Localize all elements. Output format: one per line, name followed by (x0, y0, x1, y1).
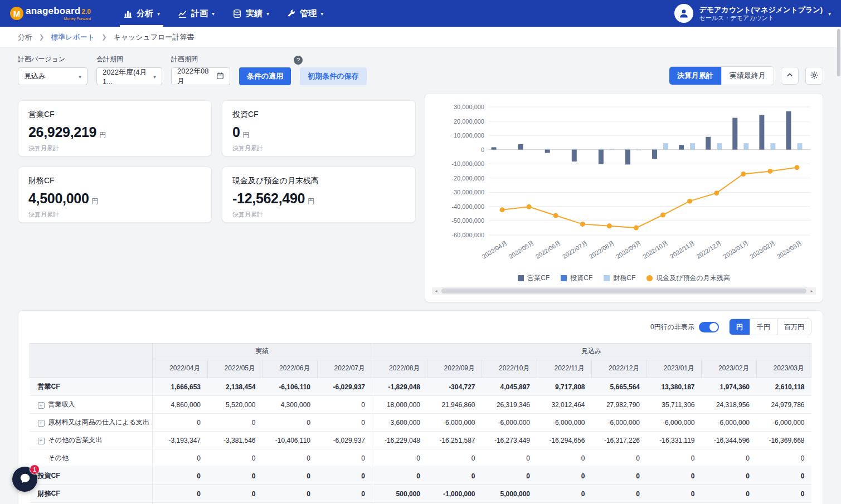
account-menu[interactable]: デモアカウント(マネジメントプラン) セールス・デモアカウント ▾ (674, 0, 831, 27)
settings-button[interactable] (805, 67, 823, 85)
nav-item-admin[interactable]: 管理 ▾ (278, 0, 332, 27)
cell-value: -16,273,449 (482, 432, 537, 449)
cell-value: -6,000,000 (756, 414, 811, 432)
breadcrumb-standard-report[interactable]: 標準レポート (51, 32, 95, 42)
cell-value: 4,300,000 (262, 396, 318, 414)
collapse-panel-button[interactable] (781, 67, 799, 85)
zero-rows-toggle-label: 0円行の非表示 (650, 322, 694, 332)
chevron-down-icon: ▾ (320, 11, 323, 17)
account-text: デモアカウント(マネジメントプラン) セールス・デモアカウント (699, 6, 823, 21)
cell-value: 0 (153, 467, 208, 485)
zero-rows-toggle[interactable] (699, 322, 719, 332)
cell-value: -6,000,000 (702, 414, 757, 432)
plan-version-select[interactable]: 見込み ▾ (18, 67, 87, 85)
cell-value: -1,829,048 (372, 378, 427, 396)
legend-item: 営業CF (518, 273, 550, 283)
app-logo[interactable]: M anageboard 2.0 Money Forward (10, 0, 91, 27)
svg-text:-10,000,000: -10,000,000 (451, 160, 484, 167)
nav-item-plan[interactable]: 計画 ▾ (169, 0, 223, 27)
plan-period-input[interactable]: 2022年08月 (171, 67, 230, 85)
table-row: +その他の営業支出-3,193,347-3,381,546-10,406,110… (30, 432, 811, 449)
expand-row-icon[interactable]: + (38, 438, 45, 444)
row-label-cell: その他 (30, 449, 153, 467)
top-navbar: M anageboard 2.0 Money Forward 分析 ▾ 計画 ▾ (0, 0, 841, 27)
svg-text:2023/01月: 2023/01月 (722, 239, 749, 260)
legend-swatch-icon (604, 275, 610, 281)
svg-text:2022/10月: 2022/10月 (641, 239, 669, 260)
help-icon[interactable]: ? (294, 56, 303, 65)
cell-value: 26,319,346 (482, 396, 537, 414)
chat-launcher-button[interactable]: 1 (12, 467, 37, 492)
unit-yen-button[interactable]: 円 (730, 319, 750, 335)
column-header: 2022/08月 (372, 359, 427, 378)
kpi-unit: 円 (92, 197, 99, 206)
scroll-track[interactable] (440, 287, 808, 295)
unit-thousand-yen-button[interactable]: 千円 (750, 319, 777, 335)
nav-item-label: 分析 (137, 8, 153, 19)
cell-value: 0 (317, 467, 372, 485)
scroll-thumb[interactable] (441, 288, 806, 293)
cell-value: -16,294,656 (537, 432, 592, 449)
chart-horizontal-scrollbar: ◂ ▸ (432, 287, 816, 295)
legend-item: 投資CF (561, 273, 592, 283)
database-icon (232, 9, 242, 18)
column-group-header: 見込み (372, 344, 811, 359)
kpi-card-cash-balance: 現金及び預金の月末残高 -12,562,490 円 決算月累計 (222, 167, 416, 223)
scroll-left-arrow[interactable]: ◂ (432, 287, 440, 295)
cell-value: 0 (317, 449, 372, 467)
cell-value: -6,029,937 (317, 378, 372, 396)
row-label-cell: +原材料又は商品の仕入による支出 (30, 414, 153, 432)
svg-text:-40,000,000: -40,000,000 (451, 203, 484, 210)
column-header: 2022/12月 (592, 359, 647, 378)
cell-value: -16,251,587 (427, 432, 482, 449)
cell-value: 0 (317, 485, 372, 503)
fiscal-period-select[interactable]: 2022年度(4月1... ▾ (96, 67, 162, 85)
kpi-note: 決算月累計 (232, 211, 405, 219)
column-header: 2022/05月 (207, 359, 262, 378)
nav-item-results[interactable]: 実績 ▾ (223, 0, 278, 27)
unit-million-yen-button[interactable]: 百万円 (777, 319, 811, 335)
bar-chart-icon (123, 9, 133, 18)
cell-value: -3,381,546 (207, 432, 262, 449)
cell-value: 500,000 (372, 485, 427, 503)
cell-value: 0 (427, 449, 482, 467)
column-header: 2022/11月 (537, 359, 592, 378)
legend-label: 営業CF (527, 273, 550, 283)
save-initial-conditions-button[interactable]: 初期条件の保存 (300, 67, 366, 85)
cell-value: 0 (262, 449, 318, 467)
legend-item: 現金及び預金の月末残高 (646, 273, 730, 283)
svg-text:-30,000,000: -30,000,000 (451, 189, 484, 195)
cell-value: 0 (592, 485, 647, 503)
cell-value: -6,000,000 (482, 414, 537, 432)
cell-value: 0 (537, 485, 592, 503)
row-label: その他 (48, 454, 69, 462)
breadcrumb-analysis[interactable]: 分析 (18, 32, 32, 42)
expand-row-icon[interactable]: + (38, 420, 45, 427)
cell-value: -16,369,668 (756, 432, 811, 449)
toggle-closing-month-cumulative[interactable]: 決算月累計 (669, 67, 721, 85)
toggle-actual-last-month[interactable]: 実績最終月 (721, 67, 774, 85)
chevron-down-icon: ▾ (157, 11, 160, 17)
expand-row-icon[interactable]: + (38, 402, 45, 409)
scroll-right-arrow[interactable]: ▸ (808, 287, 816, 295)
legend-swatch-icon (518, 275, 524, 281)
cell-value: 9,717,808 (537, 378, 592, 396)
svg-text:10,000,000: 10,000,000 (454, 132, 484, 139)
kpi-note: 決算月累計 (28, 211, 201, 219)
kpi-card-financing-cf: 財務CF 4,500,000 円 決算月累計 (18, 167, 212, 223)
row-label: 原材料又は商品の仕入による支出 (48, 418, 149, 426)
cell-value: 0 (372, 467, 427, 485)
kpi-grid: 営業CF 26,929,219 円 決算月累計 投資CF 0 円 決算月累計 財… (18, 100, 416, 223)
cell-value: 1,974,360 (702, 378, 757, 396)
chevron-down-icon: ▾ (79, 74, 81, 80)
cell-value: 0 (317, 414, 372, 432)
kpi-title: 財務CF (28, 176, 201, 186)
apply-conditions-button[interactable]: 条件の適用 (239, 67, 291, 85)
cell-value: -16,331,119 (646, 432, 702, 449)
nav-item-analysis[interactable]: 分析 ▾ (114, 0, 169, 27)
page-scrollbar[interactable] (837, 29, 840, 76)
chevron-down-icon: ▾ (266, 11, 269, 17)
cashflow-chart: 30,000,00020,000,00010,000,0000-10,000,0… (432, 100, 815, 272)
cell-value: -16,229,048 (372, 432, 427, 449)
cashflow-table: 実績見込み2022/04月2022/05月2022/06月2022/07月202… (30, 343, 811, 504)
